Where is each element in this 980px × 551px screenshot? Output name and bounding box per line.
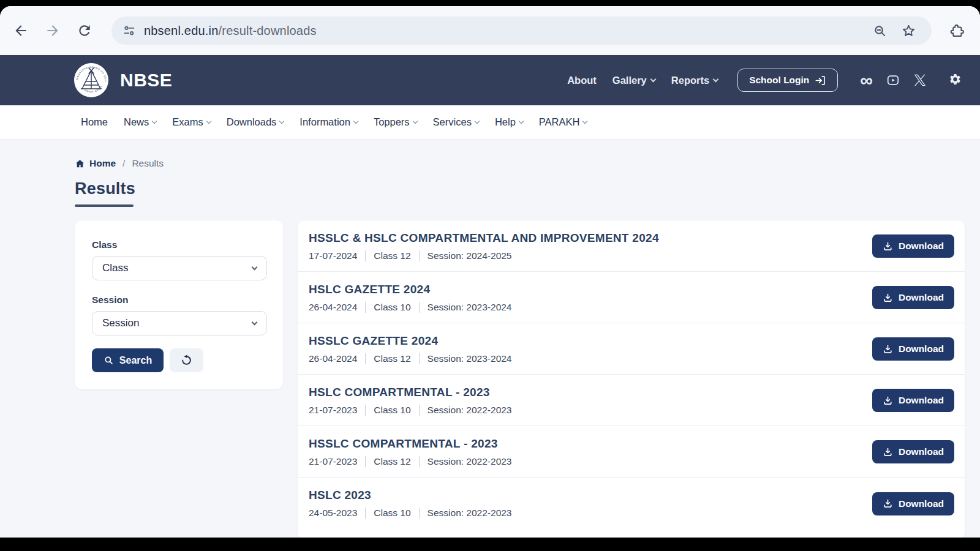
nav-item-home[interactable]: Home xyxy=(81,116,108,128)
download-icon xyxy=(883,395,893,406)
session-select[interactable]: Session xyxy=(92,311,267,335)
forward-button[interactable] xyxy=(44,22,61,39)
x-icon[interactable] xyxy=(913,73,927,87)
result-session: Session: 2023-2024 xyxy=(419,302,512,313)
result-session: Session: 2022-2023 xyxy=(419,456,512,467)
class-select[interactable]: Class xyxy=(92,256,267,280)
reload-icon xyxy=(77,23,92,39)
url-path: /result-downloads xyxy=(219,24,317,37)
bookmark-star-icon[interactable] xyxy=(902,24,916,38)
site-header: NAGALAND BOARD OF SCHOOL EDUCATION labou… xyxy=(0,55,980,105)
result-date: 26-04-2024 xyxy=(309,302,357,313)
result-class: Class 12 xyxy=(365,353,410,364)
extensions-icon xyxy=(949,23,965,39)
download-icon xyxy=(883,344,893,354)
reset-icon xyxy=(181,354,192,366)
download-icon xyxy=(883,498,893,509)
result-session: Session: 2022-2023 xyxy=(419,405,512,416)
nav-item-parakh[interactable]: PARAKH xyxy=(539,116,587,128)
site-info-icon[interactable] xyxy=(123,24,136,37)
header-menu-about[interactable]: About xyxy=(567,75,597,86)
result-session: Session: 2024-2025 xyxy=(419,250,512,261)
chevron-down-icon xyxy=(713,76,719,82)
url-text: nbsenl.edu.in/result-downloads xyxy=(144,24,317,38)
settings-button[interactable] xyxy=(949,73,962,88)
reset-button[interactable] xyxy=(170,348,203,372)
back-icon xyxy=(13,23,29,39)
breadcrumb-separator: / xyxy=(123,158,125,169)
extensions-button[interactable] xyxy=(948,22,965,39)
result-title: HSSLC COMPARTMENTAL - 2023 xyxy=(309,437,512,451)
youtube-icon[interactable] xyxy=(886,73,900,87)
breadcrumb: Home / Results xyxy=(75,158,980,169)
download-button[interactable]: Download xyxy=(872,337,954,361)
title-underline xyxy=(75,204,134,207)
nav-item-help[interactable]: Help xyxy=(495,116,523,128)
chevron-down-icon xyxy=(650,76,656,82)
nav-item-information[interactable]: Information xyxy=(300,116,358,128)
login-icon xyxy=(815,75,826,86)
chevron-down-icon xyxy=(353,118,358,123)
download-icon xyxy=(883,293,893,303)
chevron-down-icon xyxy=(519,118,524,123)
result-title: HSSLC & HSLC COMPARTMENTAL AND IMPROVEME… xyxy=(309,231,659,245)
result-class: Class 12 xyxy=(365,456,410,467)
chevron-down-icon xyxy=(582,118,587,123)
result-row: HSLC COMPARTMENTAL - 2023 21-07-2023 Cla… xyxy=(298,375,965,426)
nbse-logo-emblem: NAGALAND BOARD OF SCHOOL EDUCATION labou… xyxy=(74,62,109,98)
page-title: Results xyxy=(75,179,980,198)
result-class: Class 10 xyxy=(365,508,410,519)
download-button[interactable]: Download xyxy=(872,492,954,515)
back-button[interactable] xyxy=(12,22,29,39)
page-body: Home / Results Results Class Class Sessi… xyxy=(0,140,980,538)
result-row: HSSLC GAZETTE 2024 26-04-2024 Class 12 S… xyxy=(298,323,965,375)
download-button[interactable]: Download xyxy=(872,286,954,309)
home-icon xyxy=(75,159,85,169)
download-button[interactable]: Download xyxy=(872,389,954,412)
chevron-down-icon xyxy=(206,118,211,123)
download-icon xyxy=(883,447,893,457)
school-login-button[interactable]: School Login xyxy=(737,69,838,92)
meta-icon[interactable]: ∞ xyxy=(860,73,873,87)
header-menu-gallery[interactable]: Gallery xyxy=(612,75,655,86)
breadcrumb-current: Results xyxy=(132,158,164,169)
chevron-down-icon xyxy=(475,118,480,123)
browser-window: nbsenl.edu.in/result-downloads xyxy=(0,6,980,538)
filter-panel: Class Class Session Session Search xyxy=(75,220,283,389)
class-label: Class xyxy=(92,239,267,250)
result-date: 24-05-2023 xyxy=(309,508,357,519)
nav-item-exams[interactable]: Exams xyxy=(172,116,210,128)
breadcrumb-home-link[interactable]: Home xyxy=(75,158,116,169)
result-date: 21-07-2023 xyxy=(309,405,357,416)
gear-icon xyxy=(949,73,962,86)
nav-item-downloads[interactable]: Downloads xyxy=(227,116,284,128)
result-row: HSSLC COMPARTMENTAL - 2023 21-07-2023 Cl… xyxy=(298,426,965,478)
nav-item-services[interactable]: Services xyxy=(433,116,479,128)
download-button[interactable]: Download xyxy=(872,234,954,258)
url-host: nbsenl.edu.in xyxy=(144,24,219,37)
download-icon xyxy=(883,241,893,252)
result-title: HSLC COMPARTMENTAL - 2023 xyxy=(309,386,512,399)
nav-item-toppers[interactable]: Toppers xyxy=(374,116,417,128)
address-bar[interactable]: nbsenl.edu.in/result-downloads xyxy=(111,17,932,45)
download-button[interactable]: Download xyxy=(872,440,954,463)
results-list: HSSLC & HSLC COMPARTMENTAL AND IMPROVEME… xyxy=(298,220,965,538)
nbse-logo[interactable]: NAGALAND BOARD OF SCHOOL EDUCATION labou… xyxy=(74,62,109,98)
brand-title: NBSE xyxy=(120,70,172,91)
header-menu-reports[interactable]: Reports xyxy=(671,75,718,86)
result-title: HSLC GAZETTE 2024 xyxy=(309,283,512,296)
chevron-down-icon xyxy=(412,118,417,123)
result-title: HSSLC GAZETTE 2024 xyxy=(309,334,512,348)
result-title: HSLC 2023 xyxy=(309,489,512,502)
result-class: Class 10 xyxy=(365,302,410,313)
result-session: Session: 2023-2024 xyxy=(419,353,512,364)
result-row: HSLC 2023 24-05-2023 Class 10 Session: 2… xyxy=(298,478,965,529)
zoom-out-icon[interactable] xyxy=(873,24,887,38)
browser-toolbar: nbsenl.edu.in/result-downloads xyxy=(0,6,980,55)
main-nav: Home News Exams Downloads Information To… xyxy=(0,105,980,140)
search-button[interactable]: Search xyxy=(92,348,164,372)
result-date: 17-07-2024 xyxy=(309,250,357,261)
nav-item-news[interactable]: News xyxy=(124,116,156,128)
reload-button[interactable] xyxy=(76,22,93,39)
forward-icon xyxy=(45,23,61,39)
